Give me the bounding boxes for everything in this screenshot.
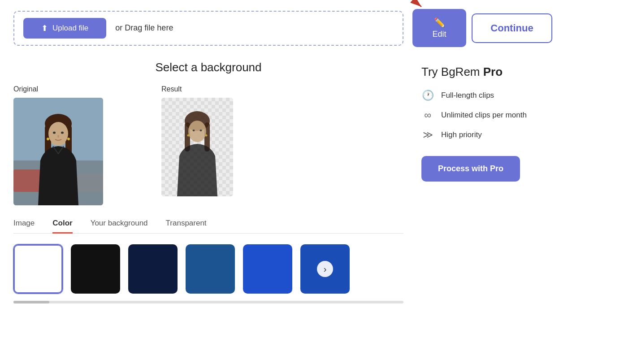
scrollbar-thumb[interactable] (13, 301, 49, 303)
background-tabs: Image Color Your background Transparent (13, 219, 403, 234)
svg-point-25 (193, 130, 195, 131)
pro-feature-high-priority-label: High priority (441, 130, 482, 139)
pro-title-bold: Pro (483, 65, 503, 78)
swatch-white[interactable] (13, 244, 63, 294)
pro-title: Try BgRem Pro (421, 65, 547, 79)
svg-point-14 (47, 138, 49, 140)
pro-feature-unlimited-label: Unlimited clips per month (441, 111, 527, 120)
svg-point-11 (53, 132, 56, 134)
swatch-steel-blue[interactable] (186, 244, 235, 294)
swatch-royal-blue[interactable] (243, 244, 292, 294)
result-person-svg (161, 98, 233, 196)
images-row: Original (13, 85, 403, 205)
result-label: Result (161, 85, 233, 93)
pro-feature-full-length-label: Full-length clips (441, 91, 494, 100)
svg-point-15 (67, 138, 70, 140)
main-container: ⬆ Upload file or Drag file here ✏️ Edit … (0, 0, 620, 312)
upload-icon: ⬆ (41, 23, 48, 33)
infinity-icon: ∞ (421, 109, 434, 121)
svg-point-10 (48, 122, 68, 145)
swatch-dark-navy[interactable] (128, 244, 178, 294)
chevron-right-icon: › (317, 261, 333, 277)
process-with-pro-button[interactable]: Process with Pro (421, 156, 520, 182)
priority-icon: ≫ (421, 129, 434, 141)
original-person-svg (13, 98, 103, 205)
color-swatches: › (13, 244, 403, 294)
pro-feature-full-length: 🕐 Full-length clips (421, 90, 547, 101)
svg-point-27 (187, 134, 190, 137)
swatch-more[interactable]: › (300, 244, 350, 294)
clock-icon: 🕐 (421, 90, 434, 101)
continue-button[interactable]: Continue (472, 13, 552, 43)
left-panel: Select a background Original (13, 61, 403, 303)
svg-line-1 (386, 0, 421, 7)
result-section: Result (161, 85, 233, 196)
content-area: Select a background Original (13, 61, 607, 303)
svg-point-13 (57, 135, 59, 138)
swatch-black[interactable] (71, 244, 120, 294)
edit-btn-label: Edit (432, 30, 446, 39)
original-label: Original (13, 85, 103, 93)
tab-color[interactable]: Color (52, 219, 72, 234)
pencil-icon: ✏️ (434, 17, 445, 28)
svg-point-26 (200, 130, 202, 131)
upload-zone[interactable]: ⬆ Upload file or Drag file here (13, 11, 403, 46)
tab-image[interactable]: Image (13, 219, 35, 234)
upload-btn-label: Upload file (52, 24, 88, 33)
right-buttons: ✏️ Edit Continue (412, 9, 552, 47)
edit-button[interactable]: ✏️ Edit (412, 9, 466, 47)
drag-text: or Drag file here (115, 23, 173, 33)
scrollbar-track[interactable] (13, 301, 403, 303)
result-image (161, 98, 233, 196)
original-image (13, 98, 103, 205)
svg-point-28 (205, 134, 208, 137)
tab-transparent[interactable]: Transparent (166, 219, 207, 234)
pro-feature-high-priority: ≫ High priority (421, 129, 547, 141)
select-bg-title: Select a background (13, 61, 403, 74)
tab-your-background[interactable]: Your background (91, 219, 148, 234)
top-bar: ⬆ Upload file or Drag file here ✏️ Edit … (13, 9, 607, 47)
original-section: Original (13, 85, 103, 205)
pro-panel: Try BgRem Pro 🕐 Full-length clips ∞ Unli… (421, 61, 547, 303)
pro-title-plain: Try BgRem (421, 65, 483, 78)
svg-point-12 (61, 132, 64, 134)
svg-point-24 (188, 121, 206, 142)
upload-button[interactable]: ⬆ Upload file (23, 18, 106, 39)
pro-feature-unlimited: ∞ Unlimited clips per month (421, 109, 547, 121)
